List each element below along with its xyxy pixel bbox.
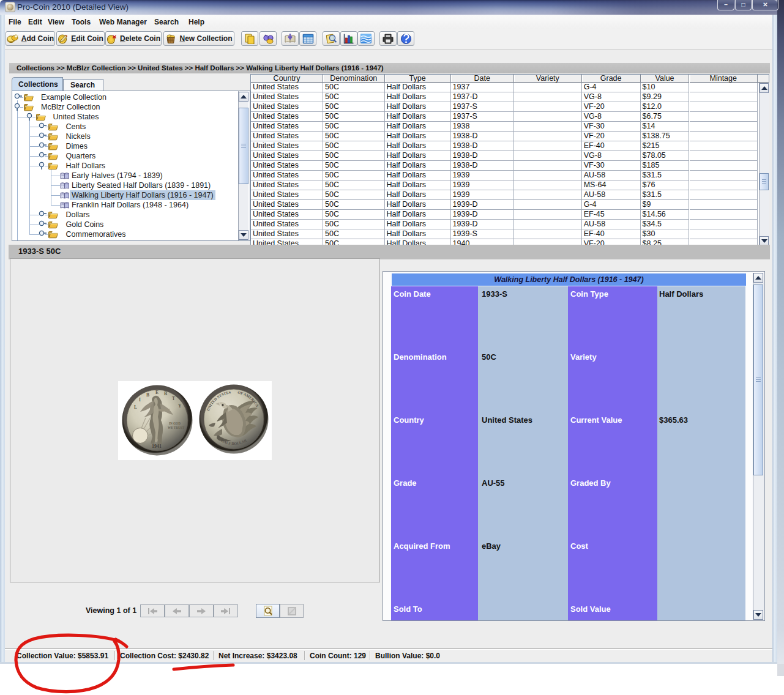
svg-text:IN GOD: IN GOD <box>169 422 181 425</box>
svg-text:T: T <box>172 396 175 401</box>
svg-text:WE TRUST: WE TRUST <box>168 426 185 429</box>
svg-text:R: R <box>164 391 168 396</box>
svg-text:L: L <box>134 404 137 410</box>
svg-text:E: E <box>155 390 159 395</box>
svg-text:I: I <box>139 397 141 403</box>
svg-text:B: B <box>146 392 149 398</box>
svg-text:1941: 1941 <box>152 444 162 449</box>
svg-text:Y: Y <box>178 403 182 409</box>
